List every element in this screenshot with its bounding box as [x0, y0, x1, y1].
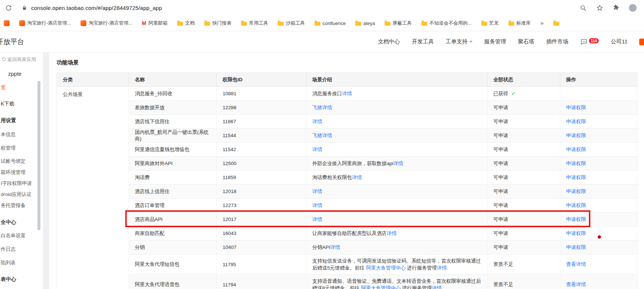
intro-link[interactable]: 详情 [322, 105, 332, 110]
bookmark-item[interactable]: 快门报表 [204, 20, 231, 26]
intro-link[interactable]: 详情 [330, 245, 340, 250]
bookmark-item[interactable]: 不知道会不会用的... [421, 20, 472, 26]
bookmark-item[interactable]: 屏蔽工具 [385, 20, 412, 26]
profile-avatar[interactable] [629, 4, 637, 12]
bookmark-item[interactable] [4, 20, 10, 26]
action-cell: 申请权限 [560, 115, 638, 129]
action-link[interactable]: 申请权限 [566, 133, 586, 138]
bookmark-item[interactable]: 艺龙 [481, 20, 499, 26]
action-link[interactable]: 申请权限 [566, 189, 586, 194]
intro-link[interactable]: 详情 [437, 265, 447, 271]
main-content: 功能场景 分类名称权限包ID场景介绍全部状态操作 公共场景消息服务_待回收108… [49, 53, 644, 289]
action-link[interactable]: 申请权限 [566, 231, 586, 236]
intro-link[interactable]: 阿里大鱼管理中心 [366, 265, 406, 271]
bookmark-item[interactable]: ateya [355, 21, 375, 26]
permission-id-cell: 12017 [217, 213, 306, 226]
bookmark-label: 阿里邮箱 [148, 20, 168, 26]
sidebar-item[interactable]: 览 [1, 84, 6, 91]
nav-item[interactable]: 开发工具 [412, 38, 434, 45]
intro-link[interactable]: 详情 [352, 175, 362, 180]
message-bubble-icon [580, 38, 588, 46]
search-icon[interactable] [580, 4, 587, 11]
intro-link[interactable]: 详情 [432, 285, 442, 289]
messages-button[interactable]: 114 [580, 38, 599, 46]
bookmark-item[interactable]: 标准库 [508, 20, 531, 26]
action-cell: 查看详情 [560, 254, 638, 275]
extensions-icon[interactable] [613, 4, 619, 11]
scene-intro-cell: 详情 [306, 213, 488, 226]
content-area: 返回商家应用 zppte 览K下载用设置本信息权管理试帐号绑定箱环境管理I字段权… [0, 53, 644, 289]
action-link[interactable]: 申请权限 [566, 119, 586, 124]
bookmark-item[interactable] [553, 21, 559, 26]
bookmark-item[interactable]: 常用工具 [241, 20, 268, 26]
address-bar[interactable]: console.open.taobao.com/#/app/28449725/a… [22, 5, 580, 11]
sidebar-item[interactable]: 试帐号绑定 [1, 158, 26, 165]
intro-link[interactable]: 详情 [312, 119, 322, 124]
intro-link[interactable]: 飞猪 [312, 105, 322, 110]
bookmark-item[interactable]: confluence [314, 21, 346, 26]
bookmark-item[interactable]: M阿里邮箱 [142, 20, 168, 26]
action-link[interactable]: 查看详情 [566, 261, 586, 267]
nav-item[interactable]: 聚石塔 [518, 38, 535, 45]
bookmark-star-icon[interactable] [596, 4, 603, 11]
intro-link[interactable]: 详情 [312, 147, 322, 152]
permission-id-cell: 16043 [217, 226, 306, 240]
status-text: 可申请 [493, 245, 508, 250]
action-cell: 申请权限 [560, 171, 638, 185]
sidebar-scrollbar[interactable] [37, 81, 40, 230]
bookmark-item[interactable]: 文档 [177, 20, 195, 26]
action-link[interactable]: 申请权限 [566, 217, 586, 222]
folder-icon [385, 22, 391, 26]
column-header: 全部状态 [488, 73, 560, 87]
intro-link[interactable]: 详情 [312, 189, 322, 194]
intro-link[interactable]: 阿里大鱼管理中心 [361, 285, 401, 289]
intro-link[interactable]: 飞猪 [312, 133, 322, 138]
sidebar-item[interactable]: 权管理 [1, 145, 16, 151]
intro-link[interactable]: 详情 [393, 161, 403, 166]
nav-item[interactable]: 文档中心 [378, 38, 400, 45]
intro-link[interactable]: 详情 [342, 91, 352, 96]
sidebar-item[interactable]: K下载 [1, 101, 14, 107]
reload-icon[interactable] [5, 4, 12, 11]
bookmark-item[interactable]: 沙箱工具 [278, 20, 305, 26]
action-link[interactable]: 申请权限 [566, 147, 586, 152]
sidebar-item[interactable]: I字段权限申请 [1, 180, 32, 187]
bookmark-label: confluence [323, 21, 346, 26]
intro-link[interactable]: 详情 [387, 231, 397, 236]
nav-item[interactable]: 工单支持 [446, 38, 472, 45]
bookmark-item[interactable]: 淘宝旅行-酒店管理... [80, 20, 132, 26]
back-to-merchant-app[interactable]: 返回商家应用 [1, 56, 38, 64]
sidebar-item[interactable]: 陷列表 [1, 260, 16, 266]
action-link[interactable]: 申请权限 [566, 175, 586, 180]
sidebar-item[interactable]: droid应用认证 [1, 191, 32, 198]
account-name[interactable]: 公司11 [611, 38, 627, 45]
action-link[interactable]: 查看详情 [566, 282, 586, 287]
site-logo[interactable]: 开放平台 [0, 37, 24, 47]
bookmark-item[interactable]: 淘宝旅行-酒店管理... [19, 20, 71, 26]
action-cell: 申请权限 [560, 129, 638, 143]
sidebar-item[interactable]: 本信息 [1, 131, 16, 138]
scene-intro-cell: 详情 [306, 199, 488, 213]
folder-icon [553, 22, 559, 26]
sidebar-item[interactable]: 表中心 [1, 276, 16, 283]
action-link[interactable]: 申请权限 [566, 161, 586, 166]
intro-link[interactable]: 详情 [312, 217, 322, 222]
bookmark-item[interactable]: » [540, 19, 544, 27]
action-link[interactable]: 申请权限 [566, 105, 586, 110]
action-link[interactable]: 申请权限 [566, 203, 586, 208]
intro-text: 消息服务接口 [312, 91, 342, 96]
sidebar-item[interactable]: 白名单设置 [1, 232, 26, 239]
intro-text: 进行服务管理 [401, 285, 432, 289]
scene-intro-cell: 让商家能够自助匹配房型以及酒店详情 [306, 226, 488, 240]
action-link[interactable]: 申请权限 [566, 245, 586, 250]
sidebar-item[interactable]: 全中心 [1, 219, 16, 226]
sidebar-item[interactable]: 用设置 [1, 117, 16, 124]
intro-link[interactable]: 详情 [312, 203, 322, 208]
nav-item[interactable]: 服务管理 [484, 38, 506, 45]
sidebar-item[interactable]: 作日志 [1, 246, 16, 253]
intro-link[interactable]: 详情 [322, 133, 332, 138]
sidebar-item[interactable]: 务托管报备 [1, 202, 26, 209]
nav-item[interactable]: 插件市场 [546, 38, 568, 45]
sidebar-item[interactable]: 箱环境管理 [1, 169, 26, 176]
page-title: 功能场景 [57, 59, 637, 66]
